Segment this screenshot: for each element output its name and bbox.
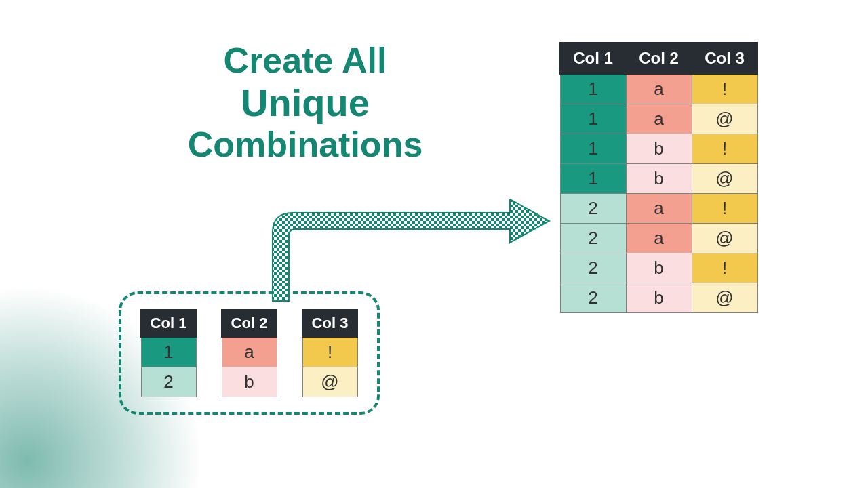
output-table-wrap: Col 1 Col 2 Col 3 1 a ! 1 a @ 1 b ! 1 b …: [559, 42, 758, 313]
cell: 1: [560, 104, 626, 134]
table-row: 1 a @: [560, 104, 757, 134]
cell: @: [692, 283, 757, 313]
page-title: Create All Unique Combinations: [122, 41, 488, 165]
cell: !: [692, 134, 757, 164]
output-header-1: Col 1: [560, 43, 626, 74]
title-line-2: Unique: [122, 81, 488, 125]
input-table-col2-row0: a: [222, 337, 277, 367]
input-table-col3-row0: !: [302, 337, 357, 367]
table-row: 2 a @: [560, 224, 757, 253]
cell: b: [626, 253, 692, 283]
input-table-col2-header: Col 2: [222, 310, 277, 337]
output-header-2: Col 2: [626, 43, 692, 74]
table-row: 1 b !: [560, 134, 757, 164]
cell: 2: [560, 283, 626, 313]
cell: 2: [560, 253, 626, 283]
cell: 2: [560, 224, 626, 253]
input-table-col1-header: Col 1: [141, 310, 196, 337]
cell: !: [692, 74, 757, 104]
table-row: 2 b !: [560, 253, 757, 283]
cell: 1: [560, 74, 626, 104]
input-table-col2-row1: b: [222, 367, 277, 397]
cell: a: [626, 74, 692, 104]
table-row: 1 b @: [560, 164, 757, 194]
table-row: 1 a !: [560, 74, 757, 104]
input-table-col2: Col 2 a b: [221, 309, 277, 397]
input-table-col3: Col 3 ! @: [302, 309, 358, 397]
input-table-col3-row1: @: [302, 367, 357, 397]
cell: @: [692, 224, 757, 253]
title-line-1: Create All: [122, 41, 488, 81]
cell: a: [626, 104, 692, 134]
input-tables-group: Col 1 1 2 Col 2 a b Col 3 ! @: [119, 291, 380, 415]
input-table-col1-row1: 2: [141, 367, 196, 397]
cell: b: [626, 134, 692, 164]
cell: !: [692, 253, 757, 283]
cell: 1: [560, 164, 626, 194]
cell: b: [626, 164, 692, 194]
cell: 1: [560, 134, 626, 164]
table-row: 2 a !: [560, 194, 757, 224]
input-table-col1-row0: 1: [141, 337, 196, 367]
title-line-3: Combinations: [122, 125, 488, 165]
cell: b: [626, 283, 692, 313]
table-row: 2 b @: [560, 283, 757, 313]
cell: @: [692, 164, 757, 194]
input-table-col3-header: Col 3: [302, 310, 357, 337]
output-table: Col 1 Col 2 Col 3 1 a ! 1 a @ 1 b ! 1 b …: [559, 42, 758, 313]
cell: a: [626, 224, 692, 253]
output-header-3: Col 3: [692, 43, 757, 74]
input-table-col1: Col 1 1 2: [140, 309, 197, 397]
cell: a: [626, 194, 692, 224]
cell: @: [692, 104, 757, 134]
cell: 2: [560, 194, 626, 224]
cell: !: [692, 194, 757, 224]
